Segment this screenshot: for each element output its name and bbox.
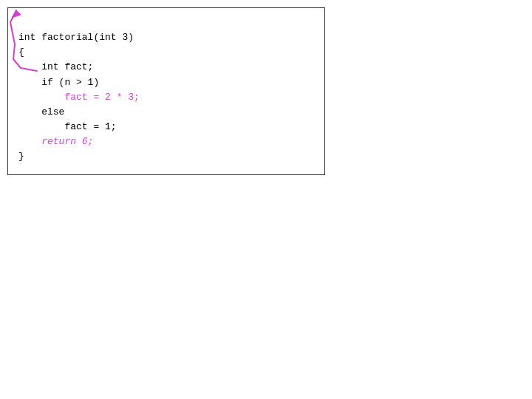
line-int-fact: int fact; — [30, 61, 94, 72]
code-block: int factorial(int 3) { int fact; if (n >… — [18, 16, 314, 164]
line-fact-assign-1: fact = 1; — [41, 121, 116, 132]
line-fact-assign-highlight: fact = 2 * 3; — [41, 92, 140, 103]
line-return: return 6; — [30, 136, 94, 147]
open-brace: { — [18, 47, 24, 58]
line-else: else — [30, 106, 65, 117]
line-if: if (n > 1) — [30, 77, 100, 88]
code-panel: int factorial(int 3) { int fact; if (n >… — [7, 7, 325, 175]
close-brace: } — [18, 151, 24, 162]
function-signature: int factorial(int 3) — [18, 32, 134, 43]
